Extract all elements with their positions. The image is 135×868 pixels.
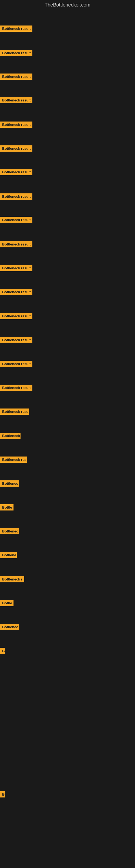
bottleneck-item[interactable]: Bottlene <box>0 552 17 559</box>
bottleneck-item[interactable]: Bottleneck result <box>0 384 32 392</box>
bottleneck-badge: Bottle <box>0 600 13 606</box>
bottleneck-item[interactable]: Bottleneck result <box>0 145 32 153</box>
bottleneck-item[interactable]: Bottlenec <box>0 624 19 631</box>
bottleneck-badge: Bottleneck result <box>0 337 32 343</box>
bottleneck-item[interactable]: Bottleneck result <box>0 169 32 176</box>
bottleneck-badge: Bottleneck result <box>0 289 32 295</box>
bottleneck-badge: B <box>0 648 5 654</box>
bottleneck-item[interactable]: Bottleneck result <box>0 193 32 201</box>
bottleneck-badge: Bottleneck r <box>0 576 24 582</box>
bottleneck-item[interactable]: Bottlenec <box>0 528 19 535</box>
bottleneck-item[interactable]: Bottleneck res <box>0 457 27 464</box>
bottleneck-item[interactable]: Bottlenec <box>0 480 19 488</box>
bottleneck-badge: Bottlenec <box>0 528 19 534</box>
bottleneck-item[interactable]: Bottle <box>0 600 13 607</box>
bottleneck-badge: Bottlene <box>0 552 17 558</box>
bottleneck-badge: Bottlenec <box>0 624 19 630</box>
bottleneck-item[interactable]: Bottleneck result <box>0 26 32 33</box>
bottleneck-item[interactable]: Bottleneck result <box>0 241 32 248</box>
bottleneck-item[interactable]: B <box>0 648 5 655</box>
bottleneck-item[interactable]: Bottleneck result <box>0 122 32 129</box>
bottleneck-badge: Bottleneck res <box>0 457 27 463</box>
bottleneck-item[interactable]: Bottle <box>0 504 13 512</box>
bottleneck-badge: Bottleneck <box>0 433 20 439</box>
bottleneck-item[interactable]: Bottleneck result <box>0 73 32 81</box>
bottleneck-badge: Bottleneck result <box>0 361 32 367</box>
bottleneck-item[interactable]: Bottleneck result <box>0 289 32 296</box>
bottleneck-item[interactable]: Bottleneck result <box>0 337 32 344</box>
bottleneck-badge: Bottleneck result <box>0 241 32 247</box>
bottleneck-badge: Bottleneck result <box>0 50 32 56</box>
bottleneck-item[interactable]: Bottleneck result <box>0 50 32 57</box>
bottleneck-item[interactable]: Bottleneck result <box>0 361 32 368</box>
bottleneck-item[interactable]: Bottleneck resu <box>0 408 29 416</box>
bottleneck-badge: Bottleneck result <box>0 26 32 32</box>
bottleneck-badge: Bottleneck result <box>0 217 32 223</box>
bottleneck-badge: Bottleneck result <box>0 73 32 80</box>
bottleneck-item[interactable]: Bottleneck result <box>0 313 32 320</box>
bottleneck-badge: Bottleneck result <box>0 169 32 175</box>
bottleneck-badge: Bottlenec <box>0 480 19 487</box>
bottleneck-item[interactable]: B <box>0 791 5 799</box>
bottleneck-badge: Bottle <box>0 504 13 510</box>
bottleneck-badge: Bottleneck result <box>0 265 32 271</box>
bottleneck-badge: B <box>0 791 5 798</box>
bottleneck-badge: Bottleneck resu <box>0 408 29 415</box>
bottleneck-item[interactable]: Bottleneck r <box>0 576 24 584</box>
site-title: TheBottlenecker.com <box>0 0 135 10</box>
bottleneck-item[interactable]: Bottleneck result <box>0 217 32 224</box>
bottleneck-badge: Bottleneck result <box>0 122 32 128</box>
bottleneck-item[interactable]: Bottleneck <box>0 433 20 440</box>
bottleneck-badge: Bottleneck result <box>0 384 32 391</box>
bottleneck-badge: Bottleneck result <box>0 193 32 199</box>
bottleneck-badge: Bottleneck result <box>0 97 32 103</box>
bottleneck-item[interactable]: Bottleneck result <box>0 265 32 272</box>
bottleneck-badge: Bottleneck result <box>0 145 32 152</box>
bottleneck-badge: Bottleneck result <box>0 313 32 319</box>
bottleneck-item[interactable]: Bottleneck result <box>0 97 32 104</box>
